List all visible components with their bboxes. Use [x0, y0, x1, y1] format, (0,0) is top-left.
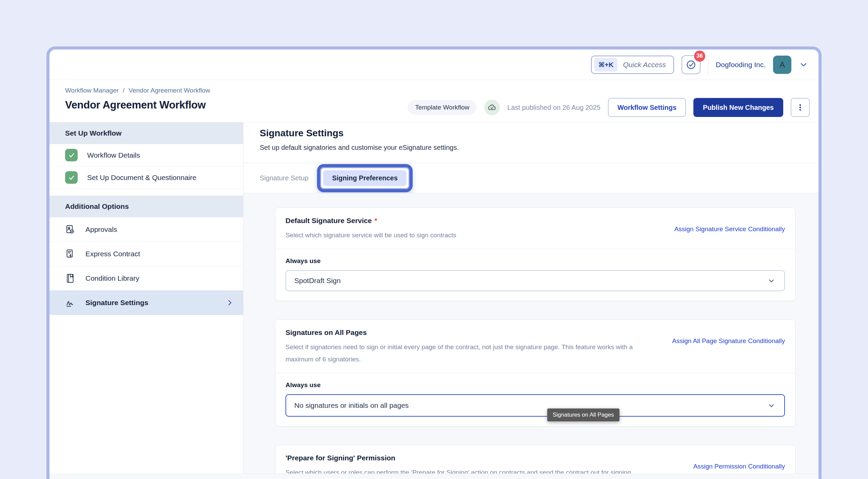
kebab-menu-icon [796, 103, 805, 112]
express-contract-icon [65, 249, 75, 259]
topbar: ⌘+K Quick Access 36 Dogfooding Inc. A [50, 49, 818, 80]
quick-access-button[interactable]: ⌘+K Quick Access [591, 56, 674, 74]
card-description: Select which users or roles can perform … [285, 466, 631, 474]
settings-scroll-area[interactable]: Default Signature Service* Select which … [243, 193, 818, 474]
last-published-text: Last published on 26 Aug 2025 [507, 104, 600, 112]
card-title: 'Prepare for Signing' Permission [285, 454, 395, 462]
sidebar: Set Up Workflow Workflow Details Set Up … [50, 122, 243, 474]
page-header: Workflow Manager / Vendor Agreement Work… [50, 80, 818, 122]
sidebar-item-workflow-details[interactable]: Workflow Details [50, 144, 243, 166]
tab-signing-preferences[interactable]: Signing Preferences [323, 170, 406, 186]
content-heading: Signature Settings Set up default signat… [243, 122, 818, 163]
cloud-check-icon [487, 103, 497, 112]
sidebar-section-options-header: Additional Options [50, 196, 243, 217]
chevron-right-icon [225, 298, 234, 307]
sidebar-section-setup-header: Set Up Workflow [50, 122, 243, 144]
card-description: Select which signature service will be u… [285, 229, 456, 241]
tab-signature-setup[interactable]: Signature Setup [260, 174, 308, 182]
sidebar-item-label: Express Contract [85, 250, 140, 258]
breadcrumb-item-current: Vendor Agreement Workflow [129, 87, 210, 94]
avatar-letter: A [780, 60, 785, 69]
approvals-icon [65, 224, 75, 235]
card-prepare-for-signing: 'Prepare for Signing' Permission Select … [275, 445, 795, 474]
kebab-menu-button[interactable] [791, 98, 810, 117]
all-pages-select[interactable]: No signatures or initials on all pages S… [285, 394, 785, 417]
workflow-settings-button[interactable]: Workflow Settings [608, 98, 686, 117]
avatar[interactable]: A [773, 56, 791, 74]
breadcrumb-item-workflow-manager[interactable]: Workflow Manager [65, 87, 119, 94]
tasks-button[interactable]: 36 [682, 55, 701, 74]
chevron-down-icon [767, 401, 776, 410]
sidebar-item-signature-settings[interactable]: Signature Settings [50, 291, 243, 315]
sidebar-gap [50, 189, 243, 196]
sidebar-item-label: Approvals [85, 225, 117, 234]
card-title: Signatures on All Pages [285, 328, 367, 336]
section-title: Signature Settings [260, 128, 818, 139]
footer-strip [50, 474, 818, 479]
cloud-sync-badge [484, 100, 500, 115]
chevron-down-icon[interactable] [799, 60, 808, 69]
main-content: Signature Settings Set up default signat… [243, 122, 818, 474]
sidebar-item-set-up-document[interactable]: Set Up Document & Questionnaire [50, 166, 243, 189]
section-subtitle: Set up default signatories and customise… [260, 144, 818, 152]
field-label: Always use [285, 381, 785, 389]
sidebar-item-label: Workflow Details [87, 151, 140, 159]
checkbox-checked-icon [65, 149, 78, 161]
tab-bar: Signature Setup Signing Preferences [243, 163, 818, 193]
publish-new-changes-button[interactable]: Publish New Changes [693, 98, 783, 117]
select-value: No signatures or initials on all pages [294, 401, 409, 410]
desktop-background: { "colors": { "page_background": "#E8ECF… [0, 0, 868, 479]
annotation-highlight: Signing Preferences [317, 164, 412, 192]
card-signatures-all-pages: Signatures on All Pages Select if signat… [275, 319, 795, 426]
body-row: Set Up Workflow Workflow Details Set Up … [50, 122, 818, 474]
condition-library-icon [65, 273, 75, 283]
card-default-signature-service: Default Signature Service* Select which … [275, 207, 795, 301]
chevron-down-icon [767, 276, 776, 285]
topbar-divider [708, 54, 708, 75]
notification-badge: 36 [694, 51, 705, 62]
org-name: Dogfooding Inc. [716, 61, 766, 69]
required-asterisk: * [374, 217, 377, 224]
sidebar-item-condition-library[interactable]: Condition Library [50, 266, 243, 291]
sidebar-item-label: Signature Settings [85, 299, 149, 307]
breadcrumb: Workflow Manager / Vendor Agreement Work… [65, 87, 818, 94]
card-title: Default Signature Service [285, 217, 372, 224]
assign-signature-service-link[interactable]: Assign Signature Service Conditionally [674, 225, 785, 233]
signature-service-select[interactable]: SpotDraft Sign [285, 270, 785, 291]
quick-access-label: Quick Access [623, 61, 666, 69]
breadcrumb-separator: / [123, 87, 124, 94]
command-k-shortcut: ⌘+K [594, 58, 618, 72]
assign-permission-link[interactable]: Assign Permission Conditionally [693, 463, 785, 470]
sidebar-item-label: Set Up Document & Questionnaire [87, 174, 196, 182]
card-description: Select if signatories need to sign or in… [285, 341, 658, 365]
assign-all-page-signature-link[interactable]: Assign All Page Signature Conditionally [672, 337, 785, 345]
signature-icon [65, 298, 75, 308]
field-label: Always use [285, 257, 785, 265]
template-workflow-badge: Template Workflow [408, 100, 477, 115]
select-value: SpotDraft Sign [294, 277, 341, 285]
sidebar-item-express-contract[interactable]: Express Contract [50, 242, 243, 266]
sidebar-item-approvals[interactable]: Approvals [50, 217, 243, 242]
tooltip: Signatures on All Pages [547, 408, 619, 421]
checkbox-checked-icon [65, 171, 78, 184]
header-actions: Template Workflow Last published on 26 A… [408, 98, 810, 117]
sidebar-item-label: Condition Library [85, 274, 139, 282]
task-check-icon [686, 59, 696, 70]
app-window: ⌘+K Quick Access 36 Dogfooding Inc. A Wo… [46, 46, 822, 479]
